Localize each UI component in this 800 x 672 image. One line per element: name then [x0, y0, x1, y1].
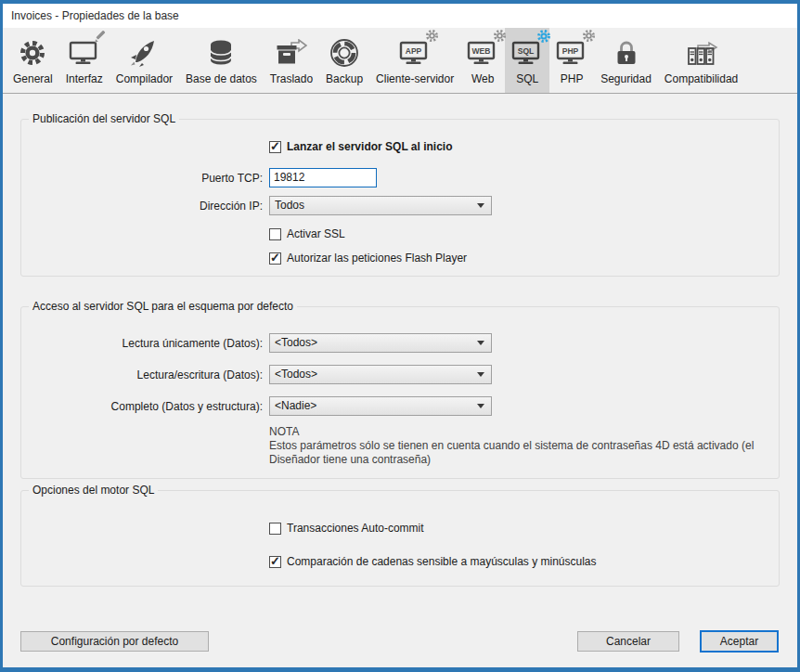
checkbox-label: Autorizar las peticiones Flash Player — [287, 252, 467, 265]
tab-label: General — [13, 72, 53, 85]
monitor-php-icon: PHP — [556, 34, 587, 71]
group-sql-engine-options: Opciones del motor SQL — [20, 490, 780, 587]
accept-button[interactable]: Aceptar — [700, 630, 779, 653]
tab-label: Base de datos — [186, 72, 257, 85]
activate-ssl-checkbox[interactable]: Activar SSL — [269, 227, 345, 241]
ip-address-select[interactable]: Todos — [269, 196, 492, 215]
monitor-text: PHP — [562, 46, 579, 56]
tab-interfaz[interactable]: Interfaz — [59, 28, 110, 93]
dropdown-value: <Nadie> — [275, 397, 477, 415]
tab-label: Backup — [326, 72, 363, 85]
launch-sql-server-checkbox[interactable]: Lanzar el servidor SQL al inicio — [269, 140, 453, 154]
tab-compatibilidad[interactable]: Compatibilidad — [658, 28, 744, 93]
checkbox-label: Lanzar el servidor SQL al inicio — [287, 140, 453, 154]
read-only-label: Lectura únicamente (Datos): — [20, 337, 263, 351]
tcp-port-label: Puerto TCP: — [20, 172, 263, 186]
chevron-down-icon — [477, 203, 484, 208]
checkbox-box[interactable] — [269, 523, 281, 535]
move-box-icon — [276, 34, 307, 71]
checkbox-box[interactable] — [269, 556, 281, 568]
tab-label: Cliente-servidor — [376, 72, 454, 85]
checkbox-label: Comparación de cadenas sensible a mayúsc… — [287, 555, 597, 569]
full-access-select[interactable]: <Nadie> — [269, 396, 492, 416]
tab-compilador[interactable]: Compilador — [110, 28, 179, 93]
settings-toolbar: General Interfaz — [3, 28, 797, 94]
cancel-button[interactable]: Cancelar — [577, 631, 679, 652]
dropdown-value: Todos — [275, 197, 477, 214]
tab-sql[interactable]: SQL SQL — [505, 28, 549, 93]
lock-icon — [613, 34, 640, 71]
tab-label: Interfaz — [66, 72, 103, 85]
full-access-label: Completo (Datos y estructura): — [20, 400, 263, 414]
note-text: Estos parámetros sólo se tienen en cuent… — [269, 439, 781, 467]
password-note: NOTA Estos parámetros sólo se tienen en … — [269, 425, 781, 467]
group-title: Publicación del servidor SQL — [29, 112, 179, 125]
database-icon — [207, 34, 235, 71]
tab-label: SQL — [516, 72, 538, 85]
tab-label: Compatibilidad — [665, 72, 738, 85]
dropdown-value: <Todos> — [275, 334, 477, 352]
tab-general[interactable]: General — [6, 28, 59, 93]
chevron-down-icon — [477, 341, 484, 345]
case-sensitive-checkbox[interactable]: Comparación de cadenas sensible a mayúsc… — [269, 555, 597, 569]
monitor-app-icon: APP — [399, 34, 431, 71]
dialog-title: Invoices - Propiedades de la base — [3, 4, 797, 28]
tcp-port-input[interactable]: 19812 — [269, 168, 377, 187]
note-title: NOTA — [269, 425, 781, 439]
group-title: Acceso al servidor SQL para el esquema p… — [29, 300, 297, 313]
autocommit-checkbox[interactable]: Transacciones Auto-commit — [269, 522, 424, 536]
tab-base-de-datos[interactable]: Base de datos — [179, 28, 264, 93]
allow-flash-player-checkbox[interactable]: Autorizar las peticiones Flash Player — [269, 252, 467, 265]
tab-cliente-servidor[interactable]: APP Cliente-servidor — [369, 28, 460, 93]
gear-icon — [19, 34, 46, 71]
lifebuoy-icon — [329, 34, 359, 71]
read-write-label: Lectura/escritura (Datos): — [20, 368, 263, 382]
tab-label: Seguridad — [600, 72, 652, 85]
tab-web[interactable]: WEB SQL Web — [460, 28, 505, 93]
tab-php[interactable]: PHP PHP — [549, 28, 594, 93]
binders-icon — [685, 34, 718, 71]
monitor-text: SQL — [518, 46, 534, 56]
default-config-button[interactable]: Configuración por defecto — [20, 631, 209, 652]
checkbox-label: Transacciones Auto-commit — [287, 522, 424, 536]
tab-label: Compilador — [116, 72, 173, 85]
chevron-down-icon — [477, 372, 484, 377]
tab-label: Traslado — [270, 72, 313, 85]
ip-address-label: Dirección IP: — [20, 200, 263, 213]
monitor-text: WEB — [472, 46, 491, 56]
monitor-sql-icon: SQL — [511, 34, 543, 71]
monitor-web-icon: WEB — [467, 34, 498, 71]
tab-label: Web — [471, 72, 494, 85]
rocket-icon — [129, 34, 159, 71]
checkbox-box[interactable] — [269, 228, 281, 240]
tab-backup[interactable]: Backup — [319, 28, 369, 93]
sql-gear-badge-icon — [536, 29, 551, 46]
read-only-select[interactable]: <Todos> — [269, 333, 492, 353]
monitor-text: APP — [406, 46, 422, 56]
checkbox-box[interactable] — [269, 141, 281, 153]
checkbox-label: Activar SSL — [287, 227, 345, 241]
dropdown-value: <Todos> — [275, 366, 477, 383]
chevron-down-icon — [477, 404, 484, 408]
checkbox-box[interactable] — [269, 252, 281, 265]
group-title: Opciones del motor SQL — [29, 484, 158, 497]
read-write-select[interactable]: <Todos> — [269, 365, 492, 384]
database-properties-dialog: Invoices - Propiedades de la base Genera… — [0, 0, 800, 672]
tab-seguridad[interactable]: Seguridad — [594, 28, 658, 93]
tab-label: PHP — [561, 72, 584, 85]
tab-traslado[interactable]: Traslado — [264, 28, 319, 93]
monitor-pencil-icon — [69, 34, 100, 71]
